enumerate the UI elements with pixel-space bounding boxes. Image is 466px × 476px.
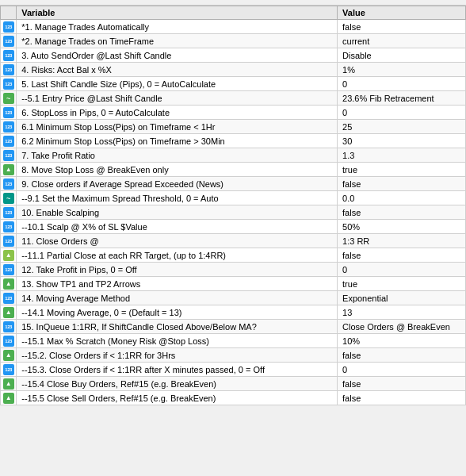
settings-table: Variable Value 123*1. Manage Trades Auto… (0, 6, 466, 405)
row-icon: 123 (1, 20, 17, 34)
table-row: ▲--15.2. Close Orders if < 1:1RR for 3Hr… (1, 348, 466, 363)
row-variable: 3. Auto SendOrder @Last Shift Candle (17, 48, 338, 63)
row-value: 13 (338, 305, 466, 320)
table-row: ▲--14.1 Moving Average, 0 = (Default = 1… (1, 305, 466, 320)
row-value: false (338, 20, 466, 34)
table-row: 1233. Auto SendOrder @Last Shift CandleD… (1, 48, 466, 63)
row-value: false (338, 377, 466, 391)
row-variable: 5. Last Shift Candle Size (Pips), 0 = Au… (17, 77, 338, 91)
row-icon: ▲ (1, 248, 17, 263)
row-value: 0.0 (338, 191, 466, 205)
row-icon: 123 (1, 334, 17, 348)
row-icon: 123 (1, 363, 17, 377)
row-value: Exponential (338, 291, 466, 305)
row-icon: 123 (1, 77, 17, 91)
row-variable: --5.1 Entry Price @Last Shift Candle (17, 91, 338, 106)
table-row: ~--9.1 Set the Maximum Spread Threshold,… (1, 191, 466, 205)
row-variable: 14. Moving Average Method (17, 291, 338, 305)
row-icon: 123 (1, 148, 17, 163)
row-variable: *2. Manage Trades on TimeFrame (17, 34, 338, 48)
row-value: current (338, 34, 466, 48)
row-variable: 11. Close Orders @ (17, 234, 338, 248)
row-variable: --15.4 Close Buy Orders, Ref#15 (e.g. Br… (17, 377, 338, 391)
row-icon: ▲ (1, 163, 17, 177)
table-row: ▲--15.4 Close Buy Orders, Ref#15 (e.g. B… (1, 377, 466, 391)
row-value: Close Orders @ BreakEven (338, 320, 466, 334)
row-value: false (338, 205, 466, 220)
row-value: 23.6% Fib Retracement (338, 91, 466, 106)
row-value: 50% (338, 220, 466, 234)
row-icon: ▲ (1, 277, 17, 291)
row-icon: 123 (1, 48, 17, 63)
col-icon-header (1, 6, 17, 20)
table-row: 123--10.1 Scalp @ X% of SL $Value50% (1, 220, 466, 234)
row-variable: 9. Close orders if Average Spread Exceed… (17, 177, 338, 191)
row-value: 0 (338, 363, 466, 377)
row-value: 25 (338, 120, 466, 134)
table-row: 1237. Take Profit Ratio1.3 (1, 148, 466, 163)
table-container: Variable Value 123*1. Manage Trades Auto… (0, 6, 466, 468)
row-icon: 123 (1, 291, 17, 305)
row-value: true (338, 277, 466, 291)
row-variable: --15.1 Max % Scratch (Money Risk @Stop L… (17, 334, 338, 348)
table-row: 12311. Close Orders @1:3 RR (1, 234, 466, 248)
row-variable: 6.2 Minimum Stop Loss(Pips) on Timeframe… (17, 134, 338, 148)
row-value: 1:3 RR (338, 234, 466, 248)
row-variable: 4. Risks: Acct Bal x %X (17, 63, 338, 77)
row-variable: --15.2. Close Orders if < 1:1RR for 3Hrs (17, 348, 338, 363)
row-icon: 123 (1, 263, 17, 277)
col-variable-header: Variable (17, 6, 338, 20)
col-value-header: Value (338, 6, 466, 20)
table-row: 123*1. Manage Trades Automaticallyfalse (1, 20, 466, 34)
row-variable: --9.1 Set the Maximum Spread Threshold, … (17, 191, 338, 205)
row-value: 0 (338, 77, 466, 91)
row-variable: --10.1 Scalp @ X% of SL $Value (17, 220, 338, 234)
table-row: ▲--15.5 Close Sell Orders, Ref#15 (e.g. … (1, 391, 466, 405)
row-variable: --15.3. Close Orders if < 1:1RR after X … (17, 363, 338, 377)
row-variable: 7. Take Profit Ratio (17, 148, 338, 163)
table-row: 1236. StopLoss in Pips, 0 = AutoCalculat… (1, 106, 466, 120)
table-row: ▲--11.1 Partial Close at each RR Target,… (1, 248, 466, 263)
row-value: 1% (338, 63, 466, 77)
menu-common[interactable] (16, 2, 22, 3)
table-row: ~--5.1 Entry Price @Last Shift Candle23.… (1, 91, 466, 106)
row-variable: --11.1 Partial Close at each RR Target, … (17, 248, 338, 263)
row-icon: 123 (1, 234, 17, 248)
row-variable: --15.5 Close Sell Orders, Ref#15 (e.g. B… (17, 391, 338, 405)
row-icon: 123 (1, 177, 17, 191)
row-variable: 6.1 Minimum Stop Loss(Pips) on Timeframe… (17, 120, 338, 134)
row-icon: 123 (1, 205, 17, 220)
table-row: 123*2. Manage Trades on TimeFramecurrent (1, 34, 466, 48)
row-value: Disable (338, 48, 466, 63)
menubar (0, 0, 466, 6)
table-row: ▲8. Move Stop Loss @ BreakEven onlytrue (1, 163, 466, 177)
table-row: 12310. Enable Scalpingfalse (1, 205, 466, 220)
row-variable: 8. Move Stop Loss @ BreakEven only (17, 163, 338, 177)
row-icon: ▲ (1, 391, 17, 405)
row-icon: ▲ (1, 377, 17, 391)
table-row: 12312. Take Profit in Pips, 0 = Off0 (1, 263, 466, 277)
row-variable: --14.1 Moving Average, 0 = (Default = 13… (17, 305, 338, 320)
row-icon: ~ (1, 91, 17, 106)
row-variable: 12. Take Profit in Pips, 0 = Off (17, 263, 338, 277)
menu-inputs[interactable] (29, 2, 35, 3)
row-icon: 123 (1, 120, 17, 134)
row-icon: 123 (1, 220, 17, 234)
menu-about[interactable] (3, 2, 10, 3)
row-value: 0 (338, 263, 466, 277)
row-value: 10% (338, 334, 466, 348)
table-row: 123--15.1 Max % Scratch (Money Risk @Sto… (1, 334, 466, 348)
table-row: ▲13. Show TP1 and TP2 Arrowstrue (1, 277, 466, 291)
row-value: false (338, 177, 466, 191)
row-icon: 123 (1, 34, 17, 48)
row-variable: 15. InQueue 1:1RR, If ShiftCandle Closed… (17, 320, 338, 334)
row-icon: 123 (1, 320, 17, 334)
table-row: 12314. Moving Average MethodExponential (1, 291, 466, 305)
row-variable: 6. StopLoss in Pips, 0 = AutoCalculate (17, 106, 338, 120)
row-value: 30 (338, 134, 466, 148)
table-row: 123--15.3. Close Orders if < 1:1RR after… (1, 363, 466, 377)
row-icon: ~ (1, 191, 17, 205)
row-value: 0 (338, 106, 466, 120)
row-icon: 123 (1, 106, 17, 120)
row-icon: ▲ (1, 348, 17, 363)
